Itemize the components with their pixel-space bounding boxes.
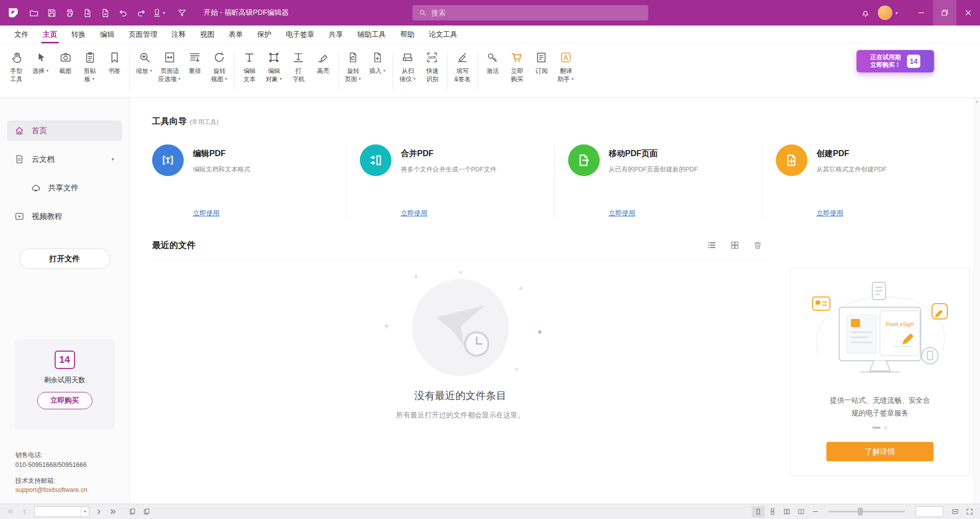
card-merge-pdf[interactable]: 合并PDF 将多个文件合并生成一个PDF文件 立即使用 [360, 144, 554, 218]
zoom-out-button[interactable] [809, 506, 822, 517]
tool-snapshot[interactable]: 截图 [53, 48, 78, 97]
tool-buy-now[interactable]: 立即购买 [505, 48, 529, 97]
zoom-percent-input[interactable] [916, 507, 943, 516]
tool-zoom[interactable]: 缩放 [132, 48, 157, 97]
next-page-button[interactable] [92, 506, 105, 517]
app-menu-button[interactable] [4, 4, 22, 22]
tool-clipboard[interactable]: 剪贴板 [78, 48, 102, 97]
page-number-input[interactable] [35, 508, 81, 515]
redo-button[interactable] [133, 5, 150, 21]
export-button[interactable] [79, 5, 96, 21]
tool-hand[interactable]: 手型工具 [4, 48, 29, 97]
learn-more-button[interactable]: 了解详情 [826, 442, 934, 461]
last-page-button[interactable] [107, 506, 119, 517]
tool-bookmark[interactable]: 书签 [102, 48, 127, 97]
save-button[interactable] [43, 5, 60, 21]
trial-buy-button[interactable]: 正在试用期 立即购买！ 14 [856, 50, 934, 72]
menu-edit[interactable]: 编辑 [93, 26, 121, 43]
tool-fit-options[interactable]: 页面适应选项 [157, 48, 183, 97]
book-view-button[interactable] [795, 506, 807, 517]
use-now-link[interactable]: 立即使用 [193, 209, 219, 218]
carousel-dot[interactable] [884, 427, 888, 429]
tool-translate-assistant[interactable]: 翻译助手 [554, 48, 578, 97]
tool-from-scanner[interactable]: 从扫描仪 [396, 48, 420, 97]
restore-icon [940, 8, 949, 17]
account-button[interactable]: ▼ [874, 5, 902, 21]
sidebar-item-cloud-docs[interactable]: 云文档 ▼ [7, 149, 122, 169]
menu-convert[interactable]: 转换 [64, 26, 93, 43]
card-move-pdf-pages[interactable]: 移动PDF页面 从已有的PDF页面创建新的PDF 立即使用 [568, 144, 763, 218]
use-now-link[interactable]: 立即使用 [401, 209, 427, 218]
tool-edit-object[interactable]: 编辑对象 [262, 48, 286, 97]
tool-rotate-view[interactable]: 旋转视图 [207, 48, 232, 97]
first-page-button[interactable] [4, 506, 17, 517]
tool-fill-sign[interactable]: 填写&签名 [450, 48, 475, 97]
prev-page-button[interactable] [18, 506, 31, 517]
menu-view[interactable]: 视图 [193, 26, 222, 43]
menu-protect[interactable]: 保护 [250, 26, 279, 43]
collapse-ribbon-button[interactable] [174, 5, 190, 21]
zoom-percent-box[interactable] [916, 506, 943, 517]
sidebar-item-home[interactable]: 首页 [7, 120, 122, 141]
list-view-icon[interactable] [707, 240, 717, 250]
menu-comment[interactable]: 注释 [164, 26, 193, 43]
card-edit-pdf[interactable]: 编辑PDF 编辑文档和文本格式 立即使用 [152, 144, 347, 218]
main-scrollbar[interactable]: ▲ [973, 98, 980, 504]
tool-activate[interactable]: 激活 [480, 48, 505, 97]
menu-paper-tools[interactable]: 论文工具 [422, 26, 464, 43]
menu-file[interactable]: 文件 [7, 26, 36, 43]
create-doc-button[interactable] [97, 5, 114, 21]
menu-esign[interactable]: 电子签章 [279, 26, 322, 43]
tool-reflow[interactable]: 重排 [183, 48, 207, 97]
undo-button[interactable] [115, 5, 132, 21]
close-button[interactable] [957, 0, 980, 26]
prev-view-button[interactable] [126, 506, 139, 517]
page-number-box[interactable]: ▼ [34, 506, 89, 517]
menu-help[interactable]: 帮助 [393, 26, 422, 43]
tool-select[interactable]: 选择 [29, 48, 53, 97]
menu-share[interactable]: 共享 [322, 26, 350, 43]
restore-button[interactable] [933, 0, 957, 26]
carousel-dot-active[interactable] [872, 427, 880, 429]
grid-view-icon[interactable] [730, 240, 740, 250]
support-email-link[interactable]: support@foxitsoftware.cn [15, 485, 87, 495]
buy-now-button[interactable]: 立即购买 [37, 392, 92, 409]
fit-width-button[interactable] [949, 506, 962, 517]
clear-recent-icon[interactable] [753, 240, 763, 250]
use-now-link[interactable]: 立即使用 [817, 209, 843, 218]
open-file-quick-button[interactable] [26, 5, 42, 21]
facing-view-button[interactable] [780, 506, 793, 517]
menu-page-manage[interactable]: 页面管理 [121, 26, 164, 43]
zoom-slider[interactable] [828, 511, 905, 512]
fullscreen-button[interactable] [963, 506, 976, 517]
dropdown-caret-icon[interactable]: ▼ [81, 510, 89, 513]
tool-rotate-pages[interactable]: 旋转页面 [341, 48, 365, 97]
tool-typewriter[interactable]: 打字机 [286, 48, 311, 97]
sidebar-item-shared-files[interactable]: 共享文件 [7, 178, 122, 198]
next-view-button[interactable] [140, 506, 153, 517]
scroll-up-icon[interactable]: ▲ [975, 100, 979, 103]
tool-edit-text[interactable]: 编辑文本 [237, 48, 262, 97]
tool-subscribe[interactable]: 订阅 [529, 48, 554, 97]
open-file-button[interactable]: 打开文件 [19, 249, 110, 269]
minimize-button[interactable] [910, 0, 933, 26]
use-now-link[interactable]: 立即使用 [609, 209, 635, 218]
search-box[interactable] [412, 5, 648, 20]
tool-highlight[interactable]: 高亮 [311, 48, 335, 97]
notifications-button[interactable] [857, 5, 874, 21]
zoom-slider-thumb[interactable] [858, 508, 863, 515]
menu-accessibility[interactable]: 辅助工具 [350, 26, 393, 43]
card-create-pdf[interactable]: 创建PDF 从其它格式文件创建PDF 立即使用 [776, 144, 970, 218]
dropdown-caret-icon[interactable]: ▼ [111, 157, 115, 162]
menu-form[interactable]: 表单 [222, 26, 250, 43]
tool-quick-ocr[interactable]: 快速识别 [420, 48, 445, 97]
search-input[interactable] [431, 9, 642, 17]
menu-home[interactable]: 主页 [36, 26, 64, 43]
stamp-sign-button[interactable]: ▼ [151, 5, 167, 21]
sidebar-item-video-tutorials[interactable]: 视频教程 [7, 206, 122, 227]
tool-label: 字机 [292, 75, 305, 83]
single-page-view-button[interactable] [752, 506, 765, 517]
print-button[interactable] [61, 5, 78, 21]
continuous-view-button[interactable] [766, 506, 779, 517]
tool-insert[interactable]: 插入 [365, 48, 390, 97]
